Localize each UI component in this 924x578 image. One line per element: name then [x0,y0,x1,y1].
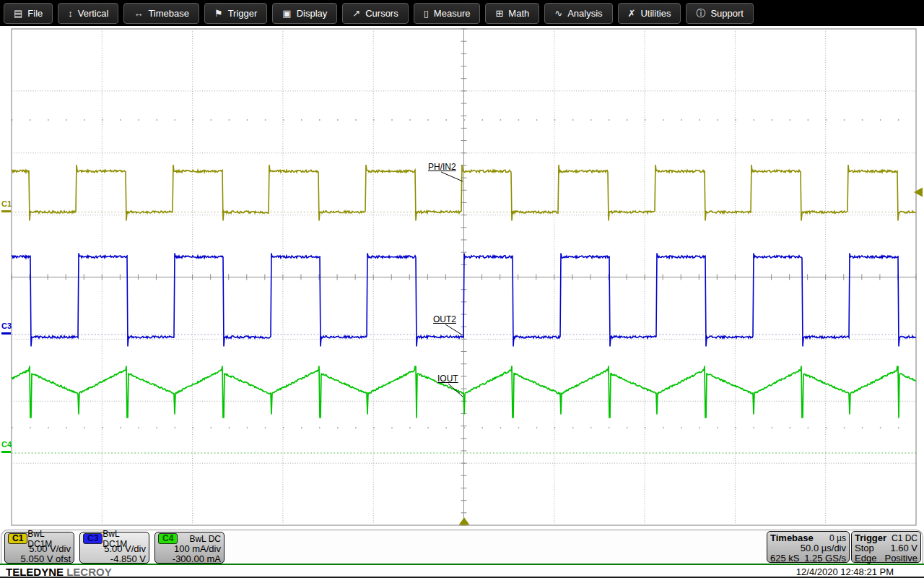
waveform-canvas[interactable] [0,0,924,578]
menu-button-label: Timebase [148,8,189,19]
menu-button-trigger[interactable]: ⚑Trigger [204,3,267,24]
timebase-scale: 50.0 µs/div [770,543,846,553]
menu-button-label: Utilities [640,8,671,19]
trigger-descriptor[interactable]: Trigger C1 DC Stop 1.60 V Edge Positive [851,531,921,563]
menu-button-support[interactable]: ⓘSupport [686,3,754,24]
menu-button-label: Vertical [78,8,109,19]
timebase-descriptor[interactable]: Timebase 0 µs 50.0 µs/div 625 kS 1.25 GS… [767,531,850,563]
channel-marker-c4[interactable]: C4 [1,441,12,453]
trigger-slope: Positive [884,553,918,564]
trigger-type: Edge [855,553,876,564]
menu-button-label: Math [508,8,529,19]
timebase-position: 0 µs [829,533,846,543]
utilities-icon: ✗ [628,9,636,18]
timebase-rate: 1.25 GS/s [804,553,846,564]
oscilloscope-screen: ▤File↕Vertical↔Timebase⚑Trigger▣Display↗… [0,0,924,578]
datetime: 12/4/2020 12:48:21 PM [796,566,894,577]
menu-button-vertical[interactable]: ↕Vertical [58,3,118,24]
analysis-icon: ∿ [554,9,562,18]
trigger-mode: Stop [855,543,874,553]
menu-button-cursors[interactable]: ↗Cursors [342,3,408,24]
menu-button-label: Measure [434,8,471,19]
teledyne-lecroy-logo: TELEDYNE LECROY [6,566,112,578]
timebase-samples: 625 kS [770,553,799,564]
measure-icon: ▯ [424,9,429,18]
support-icon: ⓘ [696,9,705,18]
channel-marker-bar [1,451,11,453]
menu-button-measure[interactable]: ▯Measure [414,3,481,24]
menu-button-label: Analysis [567,8,602,19]
channel-coupling: BwL DC [189,534,221,544]
channel-scale: 5.00 V/div [8,544,71,554]
trigger-icon: ⚑ [214,9,223,18]
trigger-title: Trigger [855,532,886,543]
display-icon: ▣ [282,9,291,18]
channel-scale: 5.00 V/div [83,544,146,554]
menu-button-label: Display [297,8,328,19]
menu-button-analysis[interactable]: ∿Analysis [544,3,612,24]
footer: TELEDYNE LECROY 12/4/2020 12:48:21 PM [0,565,924,578]
menu-button-math[interactable]: ⊞Math [485,3,539,24]
channel-offset: 5.050 V ofst [8,554,71,564]
channel-marker-c1[interactable]: C1 [1,200,12,212]
channel-descriptor-c4[interactable]: C4BwL DC100 mA/div-300.00 mA [154,532,225,564]
math-icon: ⊞ [495,9,503,18]
channel-marker-bar [1,210,11,212]
channel-badge-c4: C4 [158,533,178,544]
channel-scale: 100 mA/div [158,544,221,554]
cursors-icon: ↗ [352,9,360,18]
channel-marker-c3[interactable]: C3 [1,322,12,335]
channel-badge-c3: C3 [83,533,103,544]
vertical-icon: ↕ [68,9,73,18]
channel-offset: -4.850 V [83,554,146,564]
trigger-source: C1 DC [892,533,918,543]
menu-button-label: File [27,8,43,19]
file-icon: ▤ [14,9,22,18]
menu-button-label: Support [710,8,744,19]
menu-button-utilities[interactable]: ✗Utilities [618,3,681,24]
channel-descriptor-c3[interactable]: C3BwL DC1M5.00 V/div-4.850 V [79,532,149,564]
menu-button-timebase[interactable]: ↔Timebase [123,3,199,24]
trigger-level: 1.60 V [890,543,918,553]
status-bar: C1BwL DC1M5.00 V/div5.050 V ofstC3BwL DC… [0,530,924,564]
menu-button-label: Trigger [228,8,258,19]
channel-marker-bar [1,332,11,335]
timebase-icon: ↔ [134,9,143,18]
channel-offset: -300.00 mA [158,554,221,564]
channel-badge-c1: C1 [8,533,27,544]
menu-button-label: Cursors [365,8,398,19]
trace-label-c1[interactable]: PH/IN2 [427,163,457,171]
menu-bar: ▤File↕Vertical↔Timebase⚑Trigger▣Display↗… [0,0,924,26]
menu-button-display[interactable]: ▣Display [272,3,337,24]
timebase-title: Timebase [770,532,814,543]
channel-descriptor-c1[interactable]: C1BwL DC1M5.00 V/div5.050 V ofst [4,532,74,564]
trace-label-c4[interactable]: IOUT [437,374,459,383]
menu-button-file[interactable]: ▤File [4,3,53,24]
trace-label-c3[interactable]: OUT2 [432,315,457,324]
